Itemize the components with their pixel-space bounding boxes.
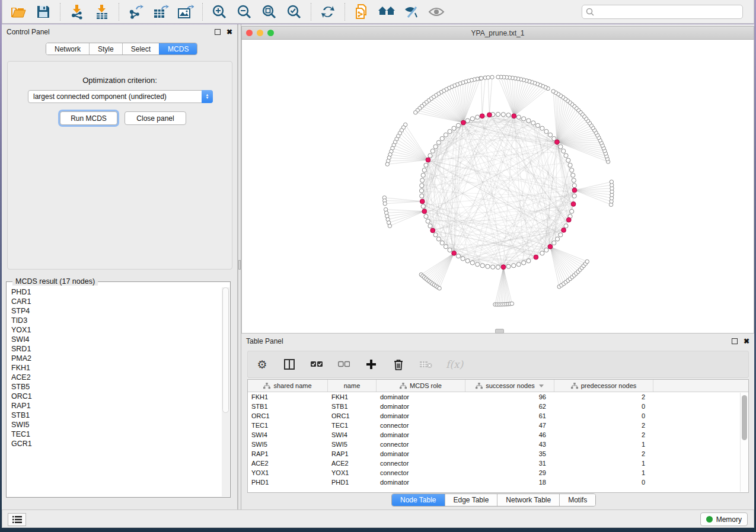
list-item[interactable]: GCR1 [11,439,222,448]
network-window-title: YPA_prune.txt_1 [242,29,754,37]
apply-layout-icon[interactable] [315,2,340,22]
list-item[interactable]: RAP1 [11,401,222,411]
table-row[interactable]: SWI5SWI5connector431 [248,440,748,449]
hide-selected-icon[interactable] [399,2,424,22]
first-neighbors-icon[interactable] [374,2,399,22]
list-item[interactable]: PHD1 [11,287,222,297]
tab-network[interactable]: Network [46,43,89,55]
tab-mcds[interactable]: MCDS [159,43,197,55]
network-window-titlebar[interactable]: YPA_prune.txt_1 [241,26,754,40]
table-row[interactable]: TEC1TEC1connector472 [248,421,748,430]
control-panel: Control Panel ✖ Network Style Select MCD… [2,24,238,509]
list-item[interactable]: SRD1 [11,344,222,354]
table-row[interactable]: RAP1RAP1dominator352 [248,449,748,459]
table-row[interactable]: SWI4SWI4dominator462 [248,430,748,440]
table-panel: Table Panel ✖ ⚙ f(x) [241,334,754,509]
list-icon [12,516,22,523]
divider-handle[interactable] [238,260,241,270]
show-all-icon[interactable] [424,2,449,22]
open-folder-icon[interactable] [6,2,31,22]
table-row[interactable]: ORC1ORC1dominator610 [248,411,748,421]
tab-edge-table[interactable]: Edge Table [445,494,497,506]
toolbar-separator [311,3,311,21]
column-type-icon [400,383,407,389]
list-item[interactable]: STB5 [11,382,222,392]
export-image-icon[interactable] [173,2,198,22]
column-header-successor-nodes[interactable]: successor nodes [465,380,554,392]
column-header-mcds-role[interactable]: MCDS role [377,380,465,392]
export-table-icon[interactable] [148,2,173,22]
list-item[interactable]: CAR1 [11,297,222,306]
import-table-icon[interactable] [90,2,114,22]
tab-network-table[interactable]: Network Table [497,494,559,506]
network-view[interactable] [241,40,754,334]
task-history-button[interactable] [8,513,26,526]
tab-node-table[interactable]: Node Table [392,494,445,506]
list-item[interactable]: TID3 [11,316,222,325]
right-area: YPA_prune.txt_1 Table Panel ✖ ⚙ [241,24,754,509]
search-box[interactable] [582,5,743,19]
node-table[interactable]: shared name name MCDS role successor nod… [247,379,749,493]
zoom-fit-icon[interactable] [257,2,282,22]
column-header-shared-name[interactable]: shared name [248,380,328,392]
zoom-selected-icon[interactable] [282,2,307,22]
list-item[interactable]: STP4 [11,306,222,316]
select-all-icon[interactable] [310,357,324,371]
table-scrollbar[interactable] [740,393,748,492]
mcds-result-list[interactable]: PHD1 CAR1 STP4 TID3 YOX1 SWI4 SRD1 PMA2 … [7,287,222,496]
duplicate-network-icon[interactable] [349,2,374,22]
float-table-panel-icon[interactable] [732,338,738,344]
network-resize-handle[interactable] [495,329,504,334]
search-icon [586,8,594,16]
criterion-dropdown[interactable]: largest connected component (undirected)… [28,90,213,103]
zoom-out-icon[interactable] [232,2,257,22]
tab-select[interactable]: Select [122,43,159,55]
mcds-panel: Optimization criterion: largest connecte… [7,61,232,270]
result-scrollbar[interactable] [222,287,229,496]
table-settings-gear-icon[interactable]: ⚙ [255,357,269,371]
function-builder-icon: f(x) [446,358,463,370]
import-network-icon[interactable] [65,2,90,22]
list-item[interactable]: FKH1 [11,363,222,373]
toolbar-separator [344,3,345,21]
list-item[interactable]: ACE2 [11,373,222,382]
float-panel-icon[interactable] [215,29,221,35]
memory-button[interactable]: Memory [700,512,748,526]
close-panel-icon[interactable]: ✖ [227,29,232,35]
delete-table-icon [419,357,433,371]
deselect-all-icon[interactable] [337,357,351,371]
mcds-result-group: MCDS result (17 nodes) PHD1 CAR1 STP4 TI… [6,281,231,498]
toolbar-separator [202,3,203,21]
table-toolbar: ⚙ f(x) [247,351,749,378]
list-item[interactable]: PMA2 [11,354,222,363]
list-item[interactable]: ORC1 [11,392,222,401]
criterion-label: Optimization criterion: [8,76,232,85]
table-row[interactable]: STB1STB1dominator620 [248,402,748,411]
table-row[interactable]: PHD1PHD1dominator180 [248,477,748,487]
list-item[interactable]: SWI4 [11,335,222,344]
show-columns-icon[interactable] [282,357,296,371]
search-input[interactable] [597,8,739,16]
list-item[interactable]: TEC1 [11,430,222,439]
tab-style[interactable]: Style [89,43,122,55]
column-header-predecessor-nodes[interactable]: predecessor nodes [554,380,653,392]
list-item[interactable]: SWI5 [11,420,222,430]
table-row[interactable]: ACE2ACE2connector311 [248,459,748,468]
zoom-in-icon[interactable] [207,2,232,22]
list-item[interactable]: YOX1 [11,325,222,335]
sort-descending-icon [539,384,544,387]
network-graph[interactable] [242,40,754,332]
table-row[interactable]: YOX1YOX1connector291 [248,468,748,477]
dropdown-stepper-icon: ▲▼ [202,90,213,103]
save-icon[interactable] [31,2,56,22]
delete-column-icon[interactable] [391,357,406,371]
close-table-panel-icon[interactable]: ✖ [744,338,749,344]
export-network-icon[interactable] [123,2,148,22]
table-row[interactable]: FKH1FKH1dominator962 [248,392,748,402]
run-mcds-button[interactable]: Run MCDS [60,111,117,125]
close-panel-button[interactable]: Close panel [125,111,186,125]
list-item[interactable]: STB1 [11,411,222,420]
tab-motifs[interactable]: Motifs [559,494,595,506]
add-column-icon[interactable] [364,357,378,371]
column-header-name[interactable]: name [328,380,377,392]
